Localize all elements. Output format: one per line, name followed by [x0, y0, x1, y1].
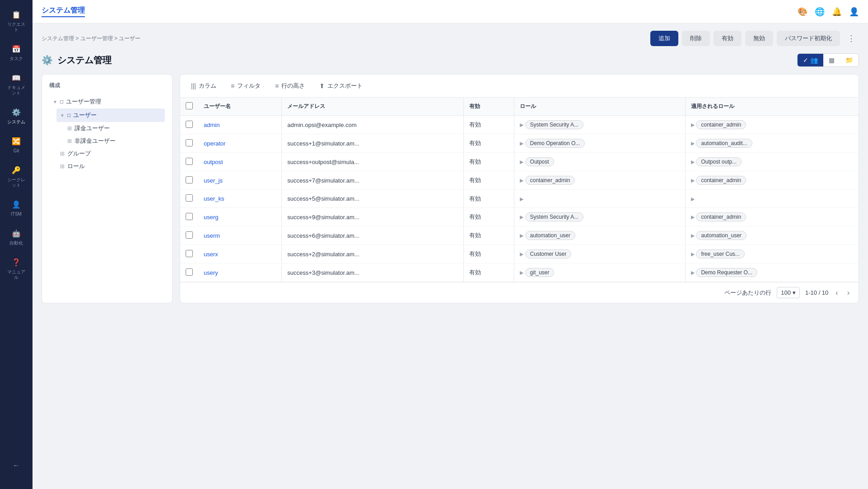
main-layout: 構成 ▼ □ ユーザー管理 ▼ □ ユーザー ⊞ 課金ユーザー	[42, 74, 859, 303]
export-button[interactable]: ⬆ エクスポート	[316, 80, 366, 92]
role-expand-4[interactable]: ▶	[520, 196, 523, 202]
role-expand-2[interactable]: ▶	[520, 159, 523, 165]
bell-icon[interactable]: 🔔	[832, 7, 842, 17]
user-link-1[interactable]: operator	[204, 140, 225, 147]
columns-button[interactable]: ||| カラム	[187, 80, 220, 92]
row-checkbox-cell	[180, 190, 198, 208]
user-link-5[interactable]: userg	[204, 214, 219, 221]
applied-role-expand-3[interactable]: ▶	[691, 178, 695, 183]
row-checkbox-0[interactable]	[186, 121, 193, 128]
user-link-6[interactable]: userm	[204, 232, 220, 239]
applied-role-expand-0[interactable]: ▶	[691, 122, 695, 127]
select-all-checkbox[interactable]	[186, 102, 193, 109]
sidebar-label-tasks: タスク	[9, 56, 23, 61]
applied-role-expand-2[interactable]: ▶	[691, 159, 695, 165]
sidebar-item-system[interactable]: ⚙️ システム	[3, 102, 30, 129]
users-table: ユーザー名 メールアドレス 有効 ロール 適用されるロール admin admi…	[180, 98, 859, 282]
globe-icon[interactable]: 🌐	[815, 7, 825, 17]
nav-item-billing-users[interactable]: ⊞ 課金ユーザー	[64, 122, 165, 135]
prev-page-button[interactable]: ‹	[834, 288, 840, 298]
user-link-0[interactable]: admin	[204, 122, 219, 128]
role-expand-6[interactable]: ▶	[520, 233, 523, 238]
row-checkbox-7[interactable]	[186, 250, 193, 257]
row-checkbox-5[interactable]	[186, 213, 193, 220]
nav-sub-users: ⊞ 課金ユーザー ⊞ 非課金ユーザー	[56, 122, 165, 147]
nav-item-user-management[interactable]: ▼ □ ユーザー管理	[49, 95, 165, 108]
nav-item-roles[interactable]: ⊞ ロール	[56, 160, 165, 173]
filter-button[interactable]: ≡ フィルタ	[227, 80, 264, 92]
role-expand-3[interactable]: ▶	[520, 178, 523, 183]
nav-item-non-billing-users[interactable]: ⊞ 非課金ユーザー	[64, 135, 165, 147]
row-applied-roles-0: ▶ container_admin	[685, 116, 859, 134]
topbar-title: システム管理	[42, 6, 85, 17]
role-expand-5[interactable]: ▶	[520, 214, 523, 220]
row-height-button[interactable]: ≡ 行の高さ	[271, 80, 308, 92]
sidebar-item-automation[interactable]: 🤖 自動化	[3, 223, 30, 250]
user-link-2[interactable]: outpost	[204, 159, 223, 165]
role-expand-0[interactable]: ▶	[520, 122, 523, 127]
sidebar-item-itsm[interactable]: 👤 ITSM	[3, 194, 30, 221]
git-icon: 🔀	[11, 136, 22, 146]
row-checkbox-6[interactable]	[186, 231, 193, 239]
row-checkbox-2[interactable]	[186, 158, 193, 165]
applied-role-expand-5[interactable]: ▶	[691, 214, 695, 220]
row-email-3: success+7@simulator.am...	[282, 171, 464, 190]
sidebar-item-secret[interactable]: 🔑 シークレット	[3, 160, 30, 193]
per-page-select[interactable]: 100 ▾	[777, 287, 800, 298]
role-badge-0: System Security A...	[525, 120, 583, 129]
user-link-8[interactable]: usery	[204, 269, 218, 276]
applied-role-expand-1[interactable]: ▶	[691, 141, 695, 146]
role-expand-7[interactable]: ▶	[520, 251, 523, 257]
role-expand-1[interactable]: ▶	[520, 141, 523, 146]
sidebar-item-tasks[interactable]: 📅 タスク	[3, 39, 30, 66]
palette-icon[interactable]: 🎨	[798, 7, 807, 17]
table-footer: ページあたりの行 100 ▾ 1-10 / 10 ‹ ›	[180, 282, 859, 303]
manual-icon: ❓	[11, 257, 22, 268]
columns-label: カラム	[199, 82, 216, 90]
role-expand-8[interactable]: ▶	[520, 270, 523, 275]
applied-role-expand-8[interactable]: ▶	[691, 270, 695, 275]
row-height-icon: ≡	[275, 82, 279, 89]
row-checkbox-3[interactable]	[186, 176, 193, 183]
next-page-button[interactable]: ›	[845, 288, 851, 298]
user-link-4[interactable]: user_ks	[204, 195, 224, 202]
content-area: システム管理 > ユーザー管理 > ユーザー 追加 削除 有効 無効 パスワード…	[33, 24, 868, 489]
applied-role-expand-4[interactable]: ▶	[691, 196, 695, 202]
view-btn-table[interactable]: ▦	[823, 54, 840, 66]
nav-item-users-label: ユーザー	[73, 111, 97, 119]
sidebar-item-git[interactable]: 🔀 Git	[3, 131, 30, 158]
header-role: ロール	[514, 98, 685, 116]
applied-role-badge-2: Outpost outp...	[696, 157, 742, 166]
view-btn-grid[interactable]: 📁	[840, 54, 859, 66]
table-wrapper: ユーザー名 メールアドレス 有効 ロール 適用されるロール admin admi…	[180, 98, 859, 282]
row-checkbox-1[interactable]	[186, 139, 193, 146]
user-icon[interactable]: 👤	[849, 7, 859, 17]
row-checkbox-cell	[180, 208, 198, 226]
disable-button[interactable]: 無効	[745, 31, 773, 46]
header-checkbox-col	[180, 98, 198, 116]
enable-button[interactable]: 有効	[714, 31, 742, 46]
applied-role-badge-8: Demo Requester O...	[696, 268, 757, 277]
delete-button[interactable]: 削除	[682, 31, 710, 46]
row-checkbox-4[interactable]	[186, 194, 193, 202]
folder-icon-2: □	[67, 112, 70, 118]
row-applied-roles-6: ▶ automation_user	[685, 226, 859, 245]
applied-role-expand-7[interactable]: ▶	[691, 251, 695, 257]
user-link-3[interactable]: user_js	[204, 177, 223, 184]
more-options-button[interactable]: ⋮	[844, 32, 859, 45]
role-badge-2: Outpost	[525, 157, 554, 166]
user-link-7[interactable]: userx	[204, 251, 218, 258]
reset-password-button[interactable]: パスワード初期化	[777, 31, 840, 46]
nav-item-users[interactable]: ▼ □ ユーザー	[56, 108, 165, 122]
add-button[interactable]: 追加	[650, 31, 678, 46]
tasks-icon: 📅	[11, 43, 22, 54]
sidebar-item-manual[interactable]: ❓ マニュアル	[3, 252, 30, 285]
sidebar: 📋 リクエスト 📅 タスク 📖 ドキュメント ⚙️ システム 🔀 Git 🔑 シ…	[0, 0, 33, 489]
sidebar-item-documents[interactable]: 📖 ドキュメント	[3, 68, 30, 100]
nav-item-groups[interactable]: ⊞ グループ	[56, 147, 165, 160]
sidebar-item-requests[interactable]: 📋 リクエスト	[3, 5, 30, 37]
view-btn-list-check[interactable]: ✓ 👥	[798, 54, 823, 66]
sidebar-back-button[interactable]: ←	[3, 456, 30, 477]
applied-role-expand-6[interactable]: ▶	[691, 233, 695, 238]
row-checkbox-8[interactable]	[186, 268, 193, 276]
